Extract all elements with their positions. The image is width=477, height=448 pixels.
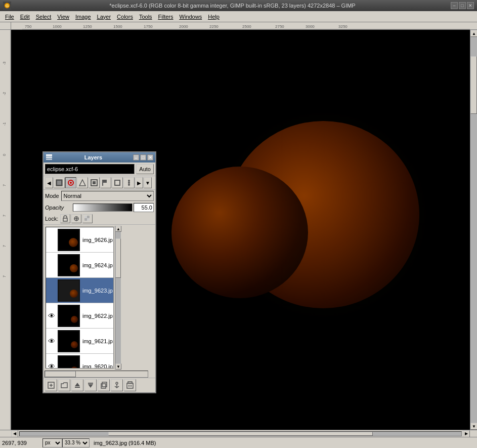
opacity-input[interactable] (134, 203, 154, 212)
layer-visibility-toggle[interactable]: 👁 (47, 287, 57, 295)
layer-item[interactable]: 👁 img_9623.jp (46, 278, 113, 303)
hscroll-right-button[interactable]: ▶ (463, 430, 470, 437)
unit-select[interactable]: px mm in (42, 438, 62, 447)
layer-item[interactable]: 👁 img_9621.jp (46, 329, 113, 354)
svg-text:-3: -3 (3, 62, 6, 65)
layers-tool-highlight[interactable] (112, 177, 123, 188)
scroll-track[interactable] (470, 37, 477, 423)
layers-auto-button[interactable]: Auto (136, 164, 154, 174)
opacity-slider[interactable] (73, 203, 133, 212)
layer-visibility-toggle[interactable]: 👁 (47, 312, 57, 320)
lock-alpha-button[interactable] (82, 214, 93, 223)
menu-layer[interactable]: Layer (94, 13, 114, 21)
svg-text:7: 7 (3, 215, 6, 217)
layers-scroll-right[interactable]: ▶ (135, 177, 143, 188)
layers-tool-dots[interactable] (123, 177, 135, 188)
canvas-wrapper: -3 -2 -1 0 7 7 7 7 (0, 30, 477, 430)
scroll-down-button[interactable]: ▼ (470, 423, 477, 430)
menu-image[interactable]: Image (72, 13, 94, 21)
horizontal-scrollbar[interactable]: ◀ ▶ (0, 430, 477, 437)
layers-scroll-left[interactable]: ◀ (45, 177, 53, 188)
svg-text:7: 7 (3, 245, 6, 247)
layer-item[interactable]: 👁 img_9620.jp (46, 354, 113, 369)
layers-panel-maximize[interactable]: □ (140, 154, 146, 160)
layers-tool-transform[interactable] (77, 177, 88, 188)
menu-colors[interactable]: Colors (114, 13, 136, 21)
menu-view[interactable]: View (54, 13, 72, 21)
svg-rect-24 (46, 158, 52, 160)
zoom-select[interactable]: 33.3 % 25 % 50 % 100 % (62, 438, 90, 447)
layers-panel-close[interactable]: ✕ (147, 154, 153, 160)
horizontal-ruler: 750 1000 1250 1500 1750 2000 2250 2500 2… (22, 22, 470, 30)
svg-text:3250: 3250 (338, 24, 348, 29)
svg-text:-1: -1 (3, 123, 6, 126)
svg-point-38 (128, 184, 130, 186)
scroll-up-button[interactable]: ▲ (470, 30, 477, 37)
menu-edit[interactable]: Edit (17, 13, 33, 21)
maximize-button[interactable]: □ (459, 2, 466, 9)
layers-tool-new-from-visible[interactable] (54, 177, 65, 188)
layer-visibility-toggle[interactable]: 👁 (47, 362, 57, 369)
svg-rect-23 (46, 156, 52, 158)
layers-tool-channels[interactable] (65, 177, 76, 188)
layer-visibility-toggle[interactable]: 👁 (47, 337, 57, 345)
svg-rect-51 (75, 387, 80, 388)
svg-marker-30 (79, 180, 85, 186)
mode-label: Mode (45, 193, 59, 199)
svg-text:7: 7 (3, 275, 6, 277)
duplicate-layer-button[interactable] (98, 379, 110, 391)
titlebar: G *eclipse.xcf-6.0 (RGB color 8-bit gamm… (0, 0, 477, 11)
anchor-layer-button[interactable] (111, 379, 123, 391)
minimize-button[interactable]: – (451, 2, 458, 9)
layers-icon-toolbar: ◀ (44, 176, 155, 190)
hscroll-left-button[interactable]: ◀ (11, 430, 18, 437)
svg-text:0: 0 (3, 154, 6, 156)
layers-panel-minimize[interactable]: – (133, 154, 139, 160)
new-layer-button[interactable] (45, 379, 57, 391)
mode-select[interactable]: Normal Multiply Screen Overlay (61, 191, 154, 201)
svg-text:3000: 3000 (306, 24, 315, 29)
layer-thumbnail (58, 279, 80, 302)
layer-thumbnail (58, 355, 80, 369)
close-button[interactable]: ✕ (467, 2, 474, 9)
svg-text:1750: 1750 (144, 24, 153, 29)
layers-list-scrollbar[interactable]: ▲ ▼ (115, 226, 121, 370)
delete-layer-button[interactable] (124, 379, 136, 391)
lower-layer-button[interactable] (84, 379, 97, 391)
layers-titlebar[interactable]: Layers – □ ✕ (44, 152, 155, 162)
menu-filters[interactable]: Filters (155, 13, 177, 21)
hscroll-thumb[interactable] (108, 432, 373, 436)
layer-item[interactable]: img_9624.jp (46, 253, 113, 278)
layers-tool-mask[interactable] (89, 177, 100, 188)
vertical-scrollbar[interactable]: ▲ ▼ (470, 30, 477, 430)
svg-rect-61 (128, 382, 132, 383)
layers-opacity-row: Opacity (44, 202, 155, 213)
layers-menu-arrow[interactable]: ▼ (144, 177, 152, 188)
lock-pixels-button[interactable] (60, 214, 70, 223)
layer-item[interactable]: 👁 img_9622.jp (46, 303, 113, 329)
layers-panel-title: Layers (55, 154, 132, 160)
layer-name: img_9626.jp (81, 237, 113, 243)
menu-tools[interactable]: Tools (136, 13, 155, 21)
layers-file-dropdown[interactable]: eclipse.xcf-6 (45, 164, 135, 174)
svg-text:G: G (6, 4, 9, 8)
raise-layer-button[interactable] (71, 379, 83, 391)
layers-list: img_9626.jp img_9624.jp (46, 227, 114, 369)
layer-name: img_9623.jp (81, 288, 113, 294)
window-controls: – □ ✕ (451, 2, 474, 9)
lock-position-button[interactable] (71, 214, 81, 223)
menu-help[interactable]: Help (205, 13, 223, 21)
menu-file[interactable]: File (2, 13, 17, 21)
scroll-thumb[interactable] (470, 56, 477, 114)
menu-windows[interactable]: Windows (177, 13, 205, 21)
menu-select[interactable]: Select (33, 13, 55, 21)
layer-item[interactable]: img_9626.jp (46, 227, 113, 253)
layer-thumbnail (58, 305, 80, 327)
layers-tool-flag[interactable] (100, 177, 111, 188)
svg-marker-50 (75, 383, 80, 386)
image-canvas[interactable]: Layers – □ ✕ eclipse.xcf-6 Auto ◀ (11, 30, 470, 430)
vertical-ruler: -3 -2 -1 0 7 7 7 7 (0, 30, 11, 430)
open-layer-button[interactable] (58, 379, 70, 391)
gimp-icon: G (3, 2, 11, 10)
hscroll-track[interactable] (19, 431, 462, 436)
